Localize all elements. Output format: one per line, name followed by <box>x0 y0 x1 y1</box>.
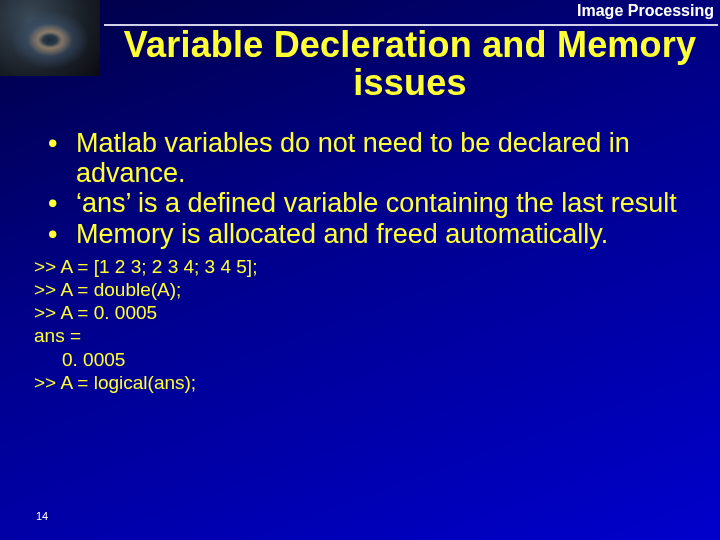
code-line: >> A = 0. 0005 <box>34 301 704 324</box>
bullet-item: Matlab variables do not need to be decla… <box>34 128 704 188</box>
slide-header: Image Processing Variable Decleration an… <box>0 0 720 98</box>
code-line: 0. 0005 <box>34 348 704 371</box>
bullet-item: ‘ans’ is a defined variable containing t… <box>34 188 704 218</box>
code-line: >> A = logical(ans); <box>34 371 704 394</box>
code-line: >> A = [1 2 3; 2 3 4; 3 4 5]; <box>34 255 704 278</box>
code-block: >> A = [1 2 3; 2 3 4; 3 4 5]; >> A = dou… <box>34 255 704 394</box>
nebula-logo <box>0 0 100 76</box>
slide-body: Matlab variables do not need to be decla… <box>0 98 720 394</box>
bullet-item: Memory is allocated and freed automatica… <box>34 219 704 249</box>
course-label: Image Processing <box>577 2 714 20</box>
page-number: 14 <box>36 510 48 522</box>
slide-title: Variable Decleration and Memory issues <box>100 26 720 102</box>
code-line: ans = <box>34 324 704 347</box>
code-line: >> A = double(A); <box>34 278 704 301</box>
bullet-list: Matlab variables do not need to be decla… <box>34 128 704 249</box>
